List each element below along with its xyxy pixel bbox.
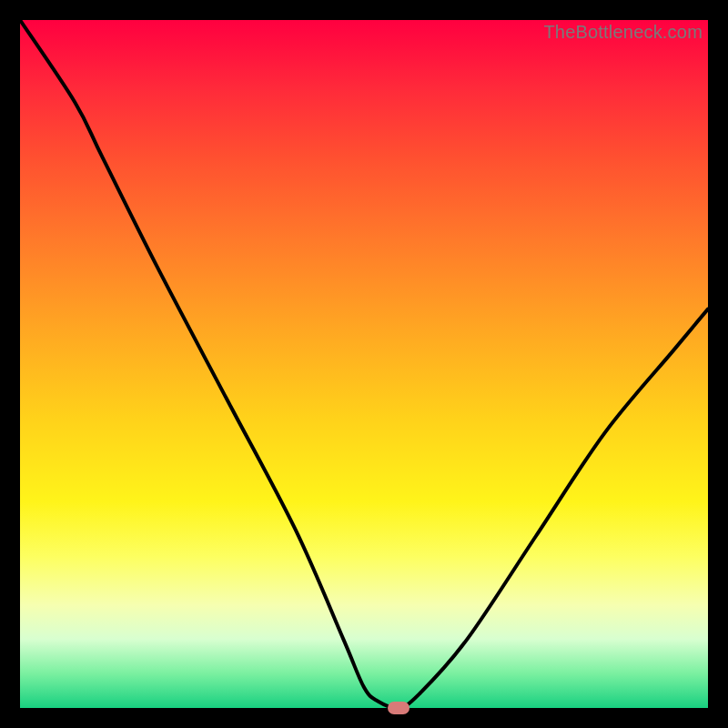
- chart-frame: TheBottleneck.com: [0, 0, 728, 728]
- bottleneck-curve: [20, 20, 708, 708]
- chart-plot-area: TheBottleneck.com: [20, 20, 708, 708]
- minimum-marker: [388, 702, 410, 714]
